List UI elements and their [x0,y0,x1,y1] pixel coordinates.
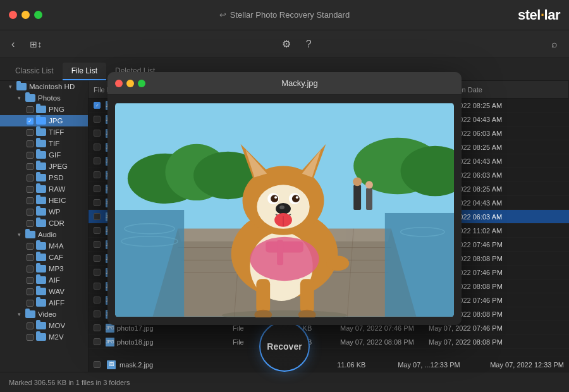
item-checkbox[interactable] [27,197,34,204]
modal-minimize-button[interactable] [126,80,134,87]
expand-arrow: ▾ [18,311,24,317]
bottom-file-size: 11.06 KB [337,361,394,369]
folder-icon [36,117,46,125]
table-row[interactable]: JPG photo18.jpg File 445.1 KB May 07, 20… [89,335,569,349]
file-cell-name: JPG photo18.jpg [89,338,228,346]
item-checkbox[interactable] [27,152,34,159]
item-checkbox[interactable] [27,209,34,216]
back-button[interactable]: ‹ [6,36,20,52]
sidebar-item-video[interactable]: ▾ Video [0,309,88,320]
modal-close-button[interactable] [115,80,123,87]
sidebar-item-audio[interactable]: ▾ Audio [0,229,88,240]
file-row-checkbox[interactable] [94,130,101,137]
sidebar-item-label: HEIC [49,197,66,204]
file-row-checkbox[interactable] [94,338,101,345]
sidebar-item-label: GIF [49,151,61,159]
item-checkbox[interactable] [27,220,34,227]
file-row-checkbox[interactable] [94,241,101,248]
toolbar: ‹ ⊞↕ ⚙ ? ⌕ [0,30,569,58]
item-checkbox[interactable] [27,140,34,147]
item-checkbox[interactable] [27,334,34,341]
sidebar-item-jpg[interactable]: JPG [0,115,88,126]
grid-view-button[interactable]: ⊞↕ [25,37,47,52]
minimize-button[interactable] [21,11,30,19]
item-checkbox[interactable] [27,163,34,170]
item-checkbox[interactable] [27,254,34,261]
file-row-checkbox[interactable] [94,144,101,150]
sidebar-item-heic[interactable]: HEIC [0,195,88,206]
sidebar-item-aif[interactable]: AIF [0,274,88,286]
search-button[interactable]: ⌕ [546,36,563,52]
maximize-button[interactable] [34,11,42,19]
tab-file-list[interactable]: File List [63,63,106,80]
item-checkbox[interactable] [27,322,34,329]
sidebar-item-wp[interactable]: WP [0,206,88,217]
app-logo: stel·lar [518,7,560,23]
file-row-checkbox[interactable] [94,283,101,290]
file-row-checkbox[interactable] [94,269,101,276]
help-button[interactable]: ? [301,36,317,52]
item-checkbox[interactable] [27,106,34,113]
item-checkbox[interactable] [27,266,34,273]
file-row-checkbox[interactable] [94,171,101,178]
sidebar-item-caf[interactable]: CAF [0,252,88,263]
folder-icon [25,310,35,318]
file-row-checkbox[interactable] [94,227,101,234]
close-button[interactable] [9,11,17,19]
file-row-checkbox[interactable] [94,102,101,109]
file-row-checkbox[interactable] [94,310,101,317]
folder-icon [25,231,35,238]
modal-maximize-button[interactable] [138,80,145,87]
sidebar-item-label: Macintosh HD [29,83,75,90]
modal-traffic-lights [115,80,145,87]
settings-button[interactable]: ⚙ [277,35,296,52]
file-row-checkbox[interactable] [94,157,101,164]
sidebar-item-raw[interactable]: RAW [0,183,88,195]
folder-icon [36,185,46,193]
file-cell-creation: May 07, 2022 08:08 PM [335,338,424,346]
sidebar-item-m2v[interactable]: M2V [0,331,88,343]
item-checkbox[interactable] [27,300,34,307]
file-row-checkbox[interactable] [94,213,101,220]
folder-icon [36,288,46,295]
sidebar-item-mov[interactable]: MOV [0,320,88,331]
sidebar-item-gif[interactable]: GIF [0,149,88,161]
file-row-checkbox[interactable] [94,297,101,303]
sidebar-item-m4a[interactable]: M4A [0,240,88,252]
sidebar-item-label: M4A [49,242,64,250]
sidebar-item-tif[interactable]: TIF [0,138,88,149]
sidebar-item-wav[interactable]: WAV [0,286,88,297]
folder-icon [36,219,46,227]
sidebar-item-photos[interactable]: ▾ Photos [0,92,88,104]
item-checkbox[interactable] [27,186,34,193]
svg-point-33 [271,195,278,202]
folder-icon [36,242,46,250]
file-row-checkbox[interactable] [94,199,101,206]
sidebar-item-mp3[interactable]: MP3 [0,263,88,274]
svg-rect-45 [300,279,314,314]
sidebar-item-tiff[interactable]: TIFF [0,126,88,138]
item-checkbox[interactable] [27,288,34,295]
sidebar-item-macintosh-hd[interactable]: ▾ Macintosh HD [0,81,88,92]
file-row-checkbox[interactable] [94,324,101,331]
item-checkbox[interactable] [27,175,34,181]
recover-button[interactable]: Recover [259,321,310,372]
item-checkbox[interactable] [27,129,34,136]
sidebar-item-aiff[interactable]: AIFF [0,297,88,309]
bottom-file-checkbox[interactable] [94,361,101,368]
sidebar-item-png[interactable]: PNG [0,104,88,115]
sidebar-item-label: AIF [49,276,60,284]
svg-point-38 [279,205,284,209]
folder-icon [16,83,27,90]
file-row-checkbox[interactable] [94,255,101,262]
item-checkbox[interactable] [27,243,34,250]
sidebar-item-jpeg[interactable]: JPEG [0,161,88,172]
sidebar-item-psd[interactable]: PSD [0,172,88,183]
file-row-checkbox[interactable] [94,185,101,192]
tab-classic-list[interactable]: Classic List [6,63,63,80]
sidebar-item-label: PSD [49,174,64,181]
item-checkbox[interactable] [27,118,34,125]
file-row-checkbox[interactable] [94,116,101,123]
item-checkbox[interactable] [27,277,34,284]
sidebar-item-cdr[interactable]: CDR [0,217,88,229]
